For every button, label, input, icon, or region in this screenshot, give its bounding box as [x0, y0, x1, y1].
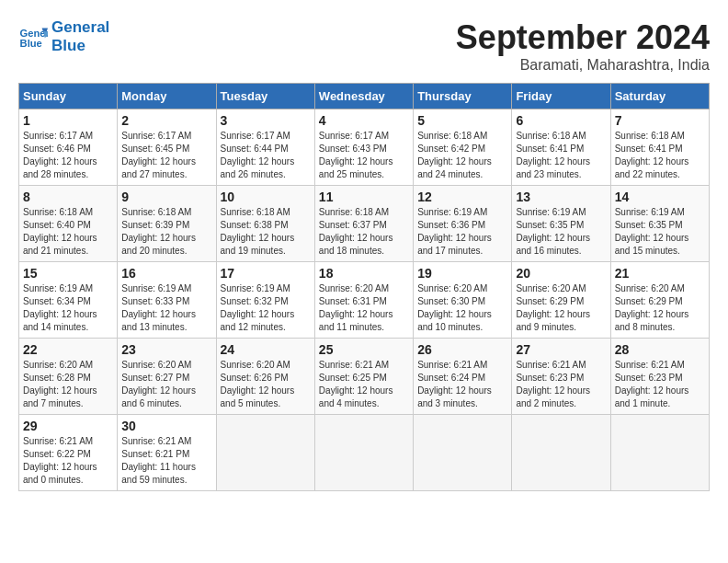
calendar-cell-23: 23Sunrise: 6:20 AM Sunset: 6:27 PM Dayli… — [118, 339, 216, 415]
logo-blue: Blue — [51, 37, 109, 55]
day-info: Sunrise: 6:19 AM Sunset: 6:36 PM Dayligh… — [417, 207, 492, 256]
calendar-cell-20: 20Sunrise: 6:20 AM Sunset: 6:29 PM Dayli… — [512, 262, 610, 339]
day-number: 11 — [319, 190, 409, 204]
calendar-cell-18: 18Sunrise: 6:20 AM Sunset: 6:31 PM Dayli… — [314, 262, 413, 339]
calendar-cell-empty — [610, 415, 709, 491]
day-info: Sunrise: 6:18 AM Sunset: 6:42 PM Dayligh… — [417, 131, 492, 179]
day-info: Sunrise: 6:19 AM Sunset: 6:35 PM Dayligh… — [615, 207, 689, 256]
day-info: Sunrise: 6:17 AM Sunset: 6:45 PM Dayligh… — [121, 131, 196, 179]
day-number: 1 — [23, 113, 113, 128]
calendar-cell-empty — [414, 415, 512, 491]
calendar-cell-30: 30Sunrise: 6:21 AM Sunset: 6:21 PM Dayli… — [118, 415, 216, 491]
day-info: Sunrise: 6:21 AM Sunset: 6:23 PM Dayligh… — [615, 360, 689, 408]
day-info: Sunrise: 6:20 AM Sunset: 6:29 PM Dayligh… — [615, 283, 689, 332]
day-info: Sunrise: 6:21 AM Sunset: 6:21 PM Dayligh… — [121, 436, 196, 485]
header-wednesday: Wednesday — [314, 84, 413, 109]
day-info: Sunrise: 6:20 AM Sunset: 6:31 PM Dayligh… — [319, 283, 393, 332]
calendar-week-4: 29Sunrise: 6:21 AM Sunset: 6:22 PM Dayli… — [19, 415, 710, 491]
calendar-cell-24: 24Sunrise: 6:20 AM Sunset: 6:26 PM Dayli… — [216, 339, 314, 415]
calendar-cell-12: 12Sunrise: 6:19 AM Sunset: 6:36 PM Dayli… — [414, 186, 512, 262]
day-number: 27 — [516, 342, 606, 357]
day-number: 23 — [121, 342, 211, 357]
day-info: Sunrise: 6:20 AM Sunset: 6:28 PM Dayligh… — [23, 360, 97, 408]
day-info: Sunrise: 6:19 AM Sunset: 6:34 PM Dayligh… — [23, 283, 97, 332]
calendar-header-row: SundayMondayTuesdayWednesdayThursdayFrid… — [19, 84, 710, 109]
day-number: 16 — [121, 266, 211, 281]
day-number: 6 — [516, 113, 606, 128]
day-number: 28 — [615, 342, 705, 357]
header-friday: Friday — [512, 84, 610, 109]
header-monday: Monday — [118, 84, 216, 109]
day-info: Sunrise: 6:18 AM Sunset: 6:40 PM Dayligh… — [23, 207, 97, 256]
day-info: Sunrise: 6:21 AM Sunset: 6:22 PM Dayligh… — [23, 436, 97, 485]
logo-icon: General Blue — [18, 22, 48, 52]
calendar-cell-13: 13Sunrise: 6:19 AM Sunset: 6:35 PM Dayli… — [512, 186, 610, 262]
calendar-cell-27: 27Sunrise: 6:21 AM Sunset: 6:23 PM Dayli… — [512, 339, 610, 415]
day-number: 22 — [23, 342, 113, 357]
day-number: 2 — [121, 113, 211, 128]
calendar-cell-3: 3Sunrise: 6:17 AM Sunset: 6:44 PM Daylig… — [216, 109, 314, 186]
header-saturday: Saturday — [610, 84, 709, 109]
day-number: 30 — [121, 419, 211, 433]
day-info: Sunrise: 6:18 AM Sunset: 6:39 PM Dayligh… — [121, 207, 196, 256]
header-tuesday: Tuesday — [216, 84, 314, 109]
calendar-week-3: 22Sunrise: 6:20 AM Sunset: 6:28 PM Dayli… — [19, 339, 710, 415]
header-sunday: Sunday — [19, 84, 118, 109]
day-number: 29 — [23, 419, 113, 433]
day-number: 24 — [221, 342, 311, 357]
day-info: Sunrise: 6:20 AM Sunset: 6:30 PM Dayligh… — [417, 283, 492, 332]
day-number: 8 — [23, 190, 113, 204]
calendar-cell-14: 14Sunrise: 6:19 AM Sunset: 6:35 PM Dayli… — [610, 186, 709, 262]
header-thursday: Thursday — [414, 84, 512, 109]
calendar-cell-19: 19Sunrise: 6:20 AM Sunset: 6:30 PM Dayli… — [414, 262, 512, 339]
day-info: Sunrise: 6:20 AM Sunset: 6:27 PM Dayligh… — [121, 360, 196, 408]
day-info: Sunrise: 6:18 AM Sunset: 6:41 PM Dayligh… — [516, 131, 590, 179]
day-info: Sunrise: 6:19 AM Sunset: 6:35 PM Dayligh… — [516, 207, 590, 256]
calendar-cell-1: 1Sunrise: 6:17 AM Sunset: 6:46 PM Daylig… — [19, 109, 118, 186]
calendar-cell-9: 9Sunrise: 6:18 AM Sunset: 6:39 PM Daylig… — [118, 186, 216, 262]
calendar-cell-4: 4Sunrise: 6:17 AM Sunset: 6:43 PM Daylig… — [314, 109, 413, 186]
month-title: September 2024 — [456, 18, 710, 57]
title-block: September 2024 Baramati, Maharashtra, In… — [456, 18, 710, 74]
day-number: 20 — [516, 266, 606, 281]
day-number: 12 — [417, 190, 507, 204]
day-info: Sunrise: 6:17 AM Sunset: 6:46 PM Dayligh… — [23, 131, 97, 179]
calendar-cell-10: 10Sunrise: 6:18 AM Sunset: 6:38 PM Dayli… — [216, 186, 314, 262]
day-number: 9 — [121, 190, 211, 204]
day-number: 25 — [319, 342, 409, 357]
calendar-cell-2: 2Sunrise: 6:17 AM Sunset: 6:45 PM Daylig… — [118, 109, 216, 186]
day-number: 10 — [221, 190, 311, 204]
day-number: 5 — [417, 113, 507, 128]
calendar-cell-empty — [512, 415, 610, 491]
logo-general: General — [51, 18, 109, 37]
day-number: 26 — [417, 342, 507, 357]
day-info: Sunrise: 6:21 AM Sunset: 6:24 PM Dayligh… — [417, 360, 492, 408]
day-info: Sunrise: 6:18 AM Sunset: 6:37 PM Dayligh… — [319, 207, 393, 256]
calendar-cell-empty — [216, 415, 314, 491]
calendar-cell-7: 7Sunrise: 6:18 AM Sunset: 6:41 PM Daylig… — [610, 109, 709, 186]
calendar-cell-8: 8Sunrise: 6:18 AM Sunset: 6:40 PM Daylig… — [19, 186, 118, 262]
day-number: 4 — [319, 113, 409, 128]
calendar-cell-25: 25Sunrise: 6:21 AM Sunset: 6:25 PM Dayli… — [314, 339, 413, 415]
calendar-cell-17: 17Sunrise: 6:19 AM Sunset: 6:32 PM Dayli… — [216, 262, 314, 339]
calendar-cell-16: 16Sunrise: 6:19 AM Sunset: 6:33 PM Dayli… — [118, 262, 216, 339]
calendar-cell-28: 28Sunrise: 6:21 AM Sunset: 6:23 PM Dayli… — [610, 339, 709, 415]
svg-text:Blue: Blue — [20, 39, 42, 50]
calendar-table: SundayMondayTuesdayWednesdayThursdayFrid… — [18, 83, 710, 491]
day-number: 18 — [319, 266, 409, 281]
day-number: 21 — [615, 266, 705, 281]
calendar-cell-5: 5Sunrise: 6:18 AM Sunset: 6:42 PM Daylig… — [414, 109, 512, 186]
calendar-cell-21: 21Sunrise: 6:20 AM Sunset: 6:29 PM Dayli… — [610, 262, 709, 339]
day-info: Sunrise: 6:17 AM Sunset: 6:43 PM Dayligh… — [319, 131, 393, 179]
calendar-week-2: 15Sunrise: 6:19 AM Sunset: 6:34 PM Dayli… — [19, 262, 710, 339]
calendar-cell-6: 6Sunrise: 6:18 AM Sunset: 6:41 PM Daylig… — [512, 109, 610, 186]
day-info: Sunrise: 6:18 AM Sunset: 6:38 PM Dayligh… — [221, 207, 295, 256]
calendar-cell-15: 15Sunrise: 6:19 AM Sunset: 6:34 PM Dayli… — [19, 262, 118, 339]
day-info: Sunrise: 6:20 AM Sunset: 6:29 PM Dayligh… — [516, 283, 590, 332]
logo: General Blue General Blue — [18, 18, 109, 56]
day-info: Sunrise: 6:17 AM Sunset: 6:44 PM Dayligh… — [221, 131, 295, 179]
day-info: Sunrise: 6:21 AM Sunset: 6:23 PM Dayligh… — [516, 360, 590, 408]
day-number: 13 — [516, 190, 606, 204]
day-number: 15 — [23, 266, 113, 281]
calendar-week-1: 8Sunrise: 6:18 AM Sunset: 6:40 PM Daylig… — [19, 186, 710, 262]
